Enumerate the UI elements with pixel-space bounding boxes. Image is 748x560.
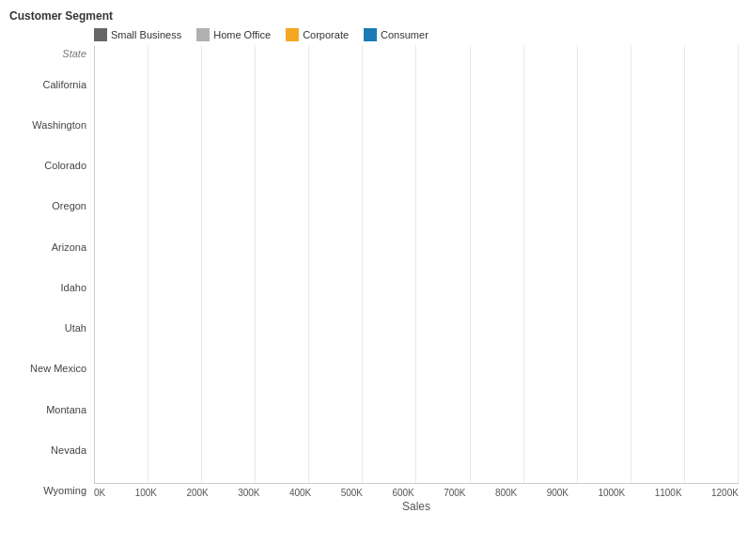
state-label-montana: Montana — [9, 395, 94, 425]
legend-item-home-office: Home Office — [196, 28, 271, 41]
legend-label-consumer: Consumer — [381, 29, 429, 40]
chart-title: Customer Segment — [9, 9, 113, 23]
legend-label-corporate: Corporate — [303, 29, 349, 40]
x-tick-1000K: 1000K — [598, 488, 625, 498]
bar-row-utah — [94, 288, 739, 319]
state-label-wyoming: Wyoming — [9, 475, 94, 506]
x-tick-0K: 0K — [94, 488, 105, 498]
state-label-california: California — [9, 70, 94, 100]
bar-row-idaho — [94, 249, 739, 279]
x-tick-900K: 900K — [547, 488, 569, 498]
legend-label-home-office: Home Office — [213, 29, 271, 40]
state-label-oregon: Oregon — [9, 191, 94, 221]
bar-row-washington — [94, 91, 739, 121]
x-tick-300K: 300K — [238, 488, 259, 498]
bar-row-arizona — [94, 210, 739, 240]
bar-row-colorado — [94, 131, 739, 161]
state-label-arizona: Arizona — [9, 232, 94, 262]
legend-item-corporate: Corporate — [286, 28, 349, 41]
state-label-idaho: Idaho — [9, 272, 94, 303]
x-tick-700K: 700K — [444, 488, 465, 498]
x-tick-600K: 600K — [392, 488, 413, 498]
legend-label-small-business: Small Business — [111, 29, 181, 40]
y-axis: State CaliforniaWashingtonColoradoOregon… — [9, 45, 94, 513]
legend-item-consumer: Consumer — [364, 28, 429, 41]
consumer-color-icon — [364, 28, 377, 41]
x-tick-400K: 400K — [289, 488, 311, 498]
state-label-utah: Utah — [9, 313, 94, 343]
x-tick-800K: 800K — [495, 488, 517, 498]
home-office-color-icon — [196, 28, 210, 41]
small-business-color-icon — [94, 28, 107, 41]
x-tick-200K: 200K — [186, 488, 208, 498]
bars-container — [94, 45, 739, 483]
x-tick-1100K: 1100K — [655, 488, 682, 498]
plot-area: 0K100K200K300K400K500K600K700K800K900K10… — [94, 45, 739, 513]
legend: Customer Segment — [9, 9, 739, 23]
x-tick-1200K: 1200K — [711, 488, 739, 498]
state-label-washington: Washington — [9, 110, 94, 140]
x-axis-label: Sales — [94, 500, 739, 513]
bar-row-nevada — [94, 407, 739, 437]
chart-container: Customer Segment Small Business Home Off… — [0, 0, 748, 560]
bars-area — [94, 45, 739, 484]
x-tick-100K: 100K — [135, 488, 157, 498]
x-axis-ticks: 0K100K200K300K400K500K600K700K800K900K10… — [94, 484, 739, 498]
corporate-color-icon — [286, 28, 299, 41]
state-label-nevada: Nevada — [9, 435, 94, 465]
x-tick-500K: 500K — [341, 488, 363, 498]
bar-row-california — [94, 52, 739, 82]
bar-row-oregon — [94, 170, 739, 200]
bar-row-new-mexico — [94, 328, 739, 358]
bar-row-wyoming — [94, 446, 739, 476]
state-label-colorado: Colorado — [9, 150, 94, 180]
y-axis-title: State — [9, 45, 94, 62]
bar-row-montana — [94, 367, 739, 397]
legend-item-small-business: Small Business — [94, 28, 181, 41]
state-label-new-mexico: New Mexico — [9, 353, 94, 383]
